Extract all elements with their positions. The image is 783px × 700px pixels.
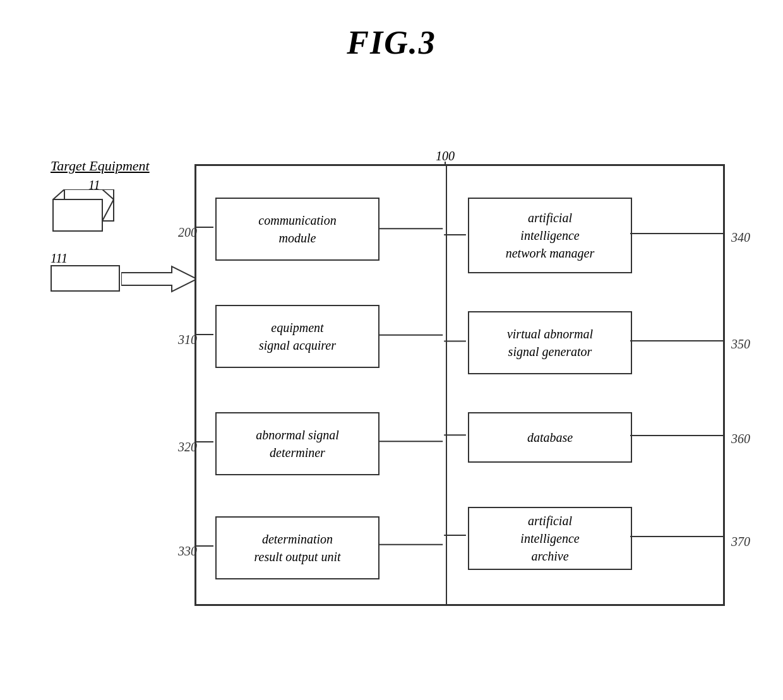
box-abnormal-signal-determiner: abnormal signaldeterminer — [215, 412, 380, 475]
box-ai-archive: artificialintelligencearchive — [468, 507, 632, 570]
equipment-icon — [51, 189, 126, 249]
ref-340: 340 — [731, 230, 750, 245]
ref-320: 320 — [178, 440, 197, 454]
box-ai-network-manager: artificialintelligencenetwork manager — [468, 198, 632, 273]
ref-310: 310 — [178, 333, 197, 347]
ref-330: 330 — [178, 544, 197, 559]
ref-200: 200 — [178, 225, 197, 240]
box-virtual-abnormal-signal: virtual abnormalsignal generator — [468, 311, 632, 374]
arrow-to-main — [121, 265, 197, 293]
diagram-container: Target Equipment 11 111 100 c — [38, 139, 758, 619]
box-determination-result-output: determinationresult output unit — [215, 516, 380, 579]
main-box: communicationmodule equipmentsignal acqu… — [194, 164, 725, 606]
label-11: 11 — [88, 178, 100, 193]
svg-line-3 — [53, 189, 64, 199]
main-box-divider — [446, 166, 447, 604]
equipment-bottom-box — [51, 265, 120, 292]
page-title: FIG.3 — [0, 0, 783, 61]
label-111: 111 — [51, 251, 68, 266]
ref-350: 350 — [731, 337, 750, 352]
box-communication-module: communicationmodule — [215, 198, 380, 261]
svg-marker-5 — [121, 266, 197, 292]
ref-360: 360 — [731, 432, 750, 446]
svg-rect-1 — [53, 199, 102, 231]
box-equipment-signal-acquirer: equipmentsignal acquirer — [215, 305, 380, 368]
target-equipment-label: Target Equipment — [51, 158, 150, 174]
ref-370: 370 — [731, 535, 750, 549]
box-database: database — [468, 412, 632, 463]
